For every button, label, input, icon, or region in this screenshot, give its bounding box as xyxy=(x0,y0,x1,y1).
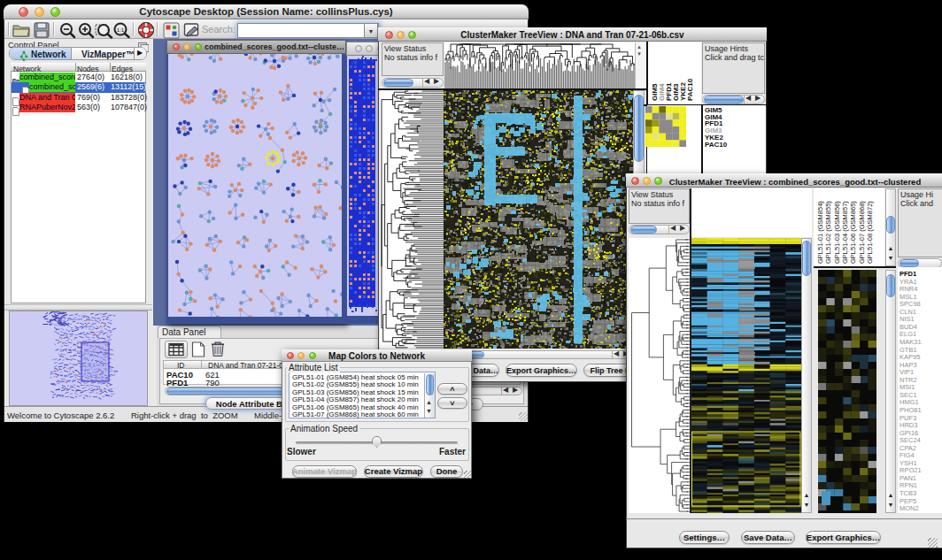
svg-text:1:1: 1:1 xyxy=(117,27,125,33)
